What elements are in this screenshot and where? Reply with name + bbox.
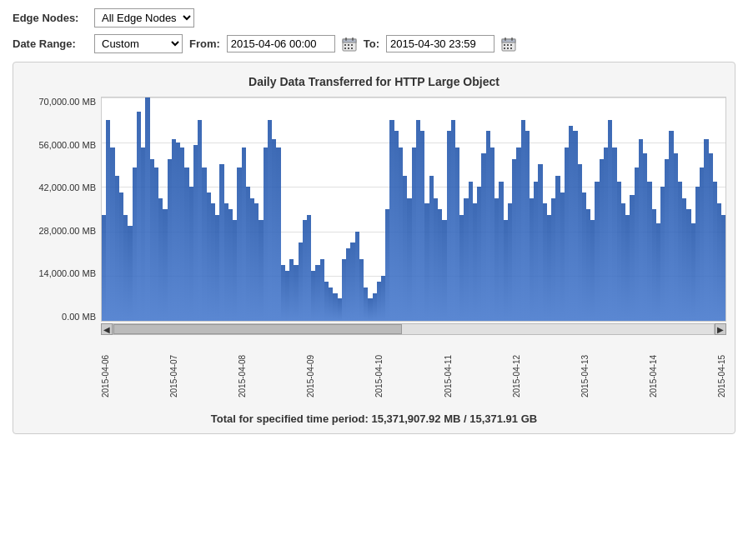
chart-title: Daily Data Transferred for HTTP Large Ob… bbox=[22, 75, 726, 88]
x-axis-label: 2015-04-06 bbox=[101, 339, 110, 398]
x-axis-label: 2015-04-10 bbox=[374, 339, 384, 398]
date-range-label: Date Range: bbox=[13, 38, 88, 50]
y-axis-label: 56,000.00 MB bbox=[39, 140, 97, 150]
from-date-input[interactable] bbox=[227, 35, 335, 52]
chart-area: 70,000.00 MB56,000.00 MB42,000.00 MB28,0… bbox=[22, 97, 726, 398]
date-range-select[interactable]: CustomLast 7 DaysLast 30 DaysThis Month bbox=[94, 34, 183, 53]
svg-rect-2 bbox=[345, 38, 347, 41]
svg-rect-6 bbox=[351, 44, 353, 46]
x-axis-label: 2015-04-14 bbox=[649, 339, 658, 398]
svg-rect-11 bbox=[502, 39, 515, 42]
from-label: From: bbox=[189, 38, 220, 50]
y-axis-label: 28,000.00 MB bbox=[39, 226, 97, 236]
y-axis-label: 14,000.00 MB bbox=[39, 268, 97, 278]
svg-rect-4 bbox=[344, 44, 346, 46]
y-axis-label: 70,000.00 MB bbox=[39, 97, 97, 107]
y-axis: 70,000.00 MB56,000.00 MB42,000.00 MB28,0… bbox=[22, 97, 101, 322]
x-axis-label: 2015-04-11 bbox=[444, 339, 453, 398]
x-axis-label: 2015-04-09 bbox=[306, 339, 315, 398]
svg-rect-8 bbox=[348, 48, 349, 49]
svg-rect-17 bbox=[504, 48, 505, 49]
svg-rect-1 bbox=[343, 39, 356, 42]
svg-rect-12 bbox=[505, 38, 506, 41]
x-axis-label: 2015-04-07 bbox=[169, 339, 178, 398]
svg-rect-18 bbox=[507, 48, 509, 49]
chart-right: ◀ ▶ 2015-04-062015-04-072015-04-082015-0… bbox=[101, 97, 726, 398]
from-calendar-icon[interactable] bbox=[342, 37, 357, 52]
scrollbar-track[interactable] bbox=[113, 323, 715, 335]
gridline bbox=[102, 321, 725, 322]
svg-rect-14 bbox=[504, 44, 505, 46]
x-axis: 2015-04-062015-04-072015-04-082015-04-09… bbox=[101, 339, 726, 398]
scrollbar-row: ◀ ▶ bbox=[101, 323, 726, 335]
y-axis-label: 42,000.00 MB bbox=[39, 182, 97, 192]
bars-wrapper bbox=[101, 97, 726, 322]
total-label: Total for specified time period: bbox=[211, 412, 369, 425]
svg-rect-9 bbox=[351, 48, 353, 49]
x-axis-label: 2015-04-08 bbox=[238, 339, 247, 398]
x-axis-label: 2015-04-13 bbox=[580, 339, 590, 398]
svg-rect-13 bbox=[511, 38, 513, 41]
bar bbox=[721, 215, 725, 321]
svg-rect-15 bbox=[507, 44, 509, 46]
svg-rect-5 bbox=[348, 44, 349, 46]
chart-container: Daily Data Transferred for HTTP Large Ob… bbox=[13, 62, 735, 434]
date-range-row: Date Range: CustomLast 7 DaysLast 30 Day… bbox=[13, 34, 735, 53]
edge-nodes-label: Edge Nodes: bbox=[13, 12, 88, 24]
x-axis-label: 2015-04-12 bbox=[512, 339, 521, 398]
scrollbar-thumb[interactable] bbox=[113, 324, 402, 334]
bars-canvas bbox=[102, 98, 725, 321]
edge-nodes-row: Edge Nodes: All Edge NodesEdge Node 1Edg… bbox=[13, 8, 735, 28]
to-label: To: bbox=[364, 38, 379, 50]
total-row: Total for specified time period: 15,371,… bbox=[22, 412, 726, 425]
edge-nodes-select[interactable]: All Edge NodesEdge Node 1Edge Node 2 bbox=[94, 8, 194, 28]
scroll-left-arrow[interactable]: ◀ bbox=[101, 323, 113, 335]
svg-rect-7 bbox=[344, 48, 346, 49]
to-calendar-icon[interactable] bbox=[501, 37, 516, 52]
svg-rect-3 bbox=[352, 38, 354, 41]
scroll-right-arrow[interactable]: ▶ bbox=[715, 323, 726, 335]
x-axis-label: 2015-04-15 bbox=[717, 339, 726, 398]
total-value: 15,371,907.92 MB / 15,371.91 GB bbox=[371, 412, 537, 425]
controls-panel: Edge Nodes: All Edge NodesEdge Node 1Edg… bbox=[13, 8, 735, 53]
to-date-input[interactable] bbox=[386, 35, 494, 52]
svg-rect-19 bbox=[510, 48, 512, 49]
svg-rect-16 bbox=[510, 44, 512, 46]
y-axis-label: 0.00 MB bbox=[62, 312, 96, 322]
